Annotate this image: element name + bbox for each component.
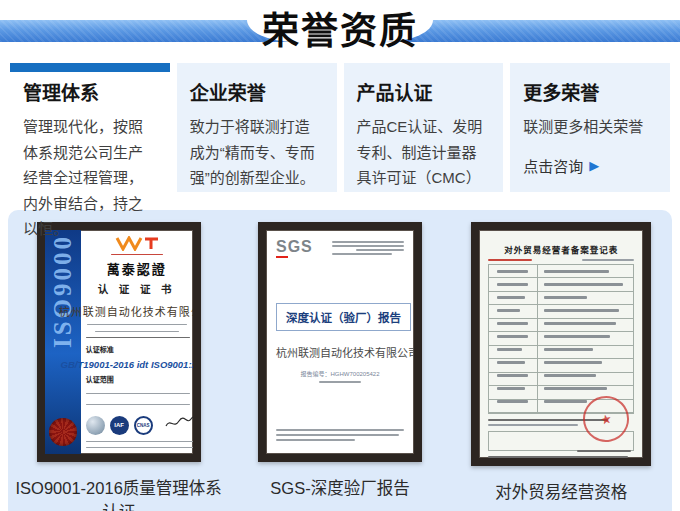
wit-globe-logo-icon bbox=[86, 416, 105, 435]
iso-standard-text: GB/T19001-2016 idt ISO9001:2015 bbox=[61, 359, 201, 370]
sgs-company-name: 杭州联测自动化技术有限公司 bbox=[276, 344, 404, 360]
honors-section: 荣誉资质 管理体系 管理现代化，按照体系规范公司生产经营全过程管理，内外审结合，… bbox=[0, 0, 680, 511]
sgs-address-block bbox=[332, 239, 404, 258]
cnas-logo-icon: CNAS bbox=[134, 416, 153, 435]
iso-brand: 萬泰認證 bbox=[107, 259, 167, 278]
certificate-cell-iso: ISO9000 萬泰認證 认 证 证 书 杭州联测自 bbox=[8, 222, 229, 511]
sgs-report-number: 报告编号：HGHW700205422 bbox=[276, 369, 404, 378]
sgs-logo: SGS bbox=[276, 239, 313, 255]
sgs-footnotes bbox=[276, 426, 404, 444]
tab-body: 致力于将联测打造成为“精而专、专而强”的创新型企业。 bbox=[190, 114, 324, 191]
fineprint-line bbox=[488, 456, 628, 458]
tab-body: 联测更多相关荣誉 bbox=[523, 114, 657, 140]
iso-scope-label: 认证范围 bbox=[86, 374, 114, 384]
red-seal-icon bbox=[49, 418, 77, 446]
iso-standard-label: 认证标准 bbox=[86, 344, 114, 354]
certificate-caption: ISO9001-2016质量管理体系认证 bbox=[8, 475, 229, 511]
consult-link-label: 点击咨询 bbox=[523, 155, 583, 176]
sgs-logo-accent bbox=[276, 256, 288, 258]
tab-product-certification[interactable]: 产品认证 产品CE认证、发明专利、制造计量器具许可证（CMC） bbox=[344, 63, 504, 192]
certificate-cell-sgs: SGS 深度认证（验厂）报告 杭州联测自动化技术有限公司 bbox=[229, 222, 450, 511]
sgs-report-title: 深度认证（验厂）报告 bbox=[276, 303, 411, 331]
fineprint-line bbox=[488, 259, 532, 261]
iso-doc-title: 认 证 证 书 bbox=[98, 281, 176, 296]
iso-certificate-image: ISO9000 萬泰認證 认 证 证 书 杭州联测自 bbox=[37, 222, 201, 462]
ftr-form-title: 对外贸易经营者备案登记表 bbox=[488, 243, 634, 255]
iso-side-label: ISO9000 bbox=[49, 234, 77, 348]
certificates-panel: ISO9000 萬泰認證 认 证 证 书 杭州联测自 bbox=[8, 210, 672, 511]
signature-icon bbox=[164, 416, 198, 434]
sgs-report-image: SGS 深度认证（验厂）报告 杭州联测自动化技术有限公司 bbox=[258, 222, 422, 462]
tab-corporate-honors[interactable]: 企业荣誉 致力于将联测打造成为“精而专、专而强”的创新型企业。 bbox=[177, 63, 337, 192]
page-title: 荣誉资质 bbox=[0, 1, 680, 55]
fineprint-line bbox=[488, 424, 578, 426]
foreign-trade-form-image: 对外贸易经营者备案登记表 bbox=[471, 222, 651, 466]
tab-body: 管理现代化，按照体系规范公司生产经营全过程管理，内外审结合，持之以恒。 bbox=[23, 114, 157, 242]
tab-management-system[interactable]: 管理体系 管理现代化，按照体系规范公司生产经营全过程管理，内外审结合，持之以恒。 bbox=[10, 63, 170, 192]
certificate-caption: SGS-深度验厂报告 bbox=[270, 475, 409, 499]
tab-body: 产品CE认证、发明专利、制造计量器具许可证（CMC） bbox=[357, 114, 491, 191]
iso-company-name: 杭州联测自动化技术有限公司 bbox=[59, 303, 201, 319]
iso-side-band: ISO9000 bbox=[45, 230, 81, 454]
fineprint-line bbox=[582, 259, 634, 261]
tab-more-honors[interactable]: 更多荣誉 联测更多相关荣誉 点击咨询 ▶ bbox=[510, 63, 670, 192]
tab-title: 企业荣誉 bbox=[190, 78, 324, 105]
certificate-row: ISO9000 萬泰認證 认 证 证 书 杭州联测自 bbox=[8, 210, 672, 511]
fineprint-line bbox=[577, 450, 631, 453]
consult-link[interactable]: 点击咨询 ▶ bbox=[523, 155, 657, 176]
tab-title: 更多荣誉 bbox=[523, 78, 657, 105]
fineprint-line bbox=[319, 381, 361, 383]
play-arrow-icon: ▶ bbox=[589, 159, 599, 172]
iaf-logo-icon: IAF bbox=[110, 416, 129, 435]
certificate-caption: 对外贸易经营资格 bbox=[495, 479, 627, 503]
tab-title: 产品认证 bbox=[357, 78, 491, 105]
tab-row: 管理体系 管理现代化，按照体系规范公司生产经营全过程管理，内外审结合，持之以恒。… bbox=[10, 63, 670, 192]
ftr-form-table bbox=[488, 264, 634, 414]
tab-title: 管理体系 bbox=[23, 78, 157, 105]
certificate-cell-foreign-trade: 对外贸易经营者备案登记表 bbox=[451, 222, 672, 511]
